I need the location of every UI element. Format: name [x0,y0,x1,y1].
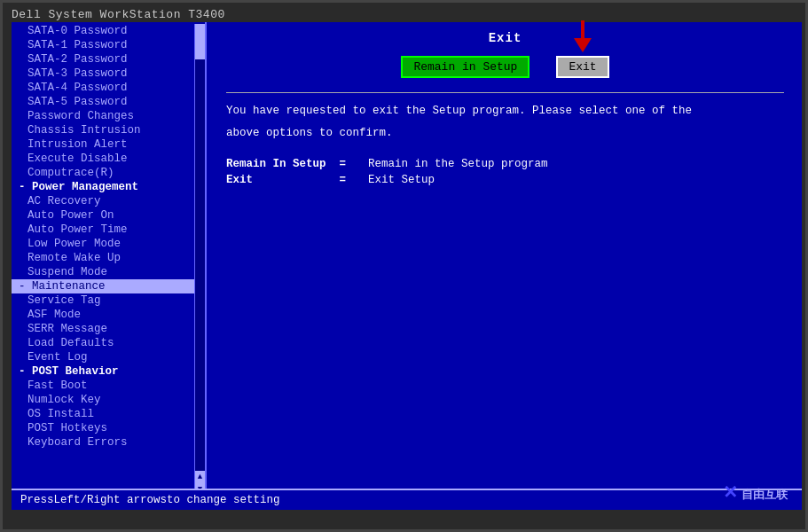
sidebar-item[interactable]: Computrace(R) [12,166,205,180]
sidebar-item[interactable]: - Maintenance [12,279,205,293]
legend-exit-key: Exit = [226,174,368,186]
exit-arrow-icon [567,19,599,52]
divider [226,92,784,93]
button-row: Remain in Setup Exit [226,56,784,78]
sidebar-item[interactable]: POST Hotkeys [12,421,205,435]
sidebar-scrollbar[interactable]: ▲ ▼ [194,24,205,496]
sidebar-item[interactable]: Service Tag [12,293,205,308]
status-highlight: Left/Right arrows [54,494,168,506]
sidebar-item[interactable]: SATA-1 Password [12,38,205,52]
sidebar-item[interactable]: SATA-2 Password [12,52,205,66]
content-title: Exit [226,31,784,45]
watermark: ✕ 自由互联 [723,481,788,503]
sidebar-item[interactable]: Remote Wake Up [12,251,205,265]
sidebar-item[interactable]: SATA-3 Password [12,66,205,81]
window-title: Dell System WorkStation T3400 [12,8,225,21]
legend-exit: Exit = Exit Setup [226,174,784,186]
exit-button[interactable]: Exit [556,56,608,78]
sidebar-item[interactable]: Low Power Mode [12,237,205,251]
legend-remain-value: Remain in the Setup program [368,158,548,170]
sidebar-item[interactable]: Execute Disable [12,152,205,166]
sidebar: SATA-0 PasswordSATA-1 PasswordSATA-2 Pas… [12,22,207,497]
status-prefix: Press [20,494,54,506]
description-line1: You have requested to exit the Setup pro… [226,102,784,121]
sidebar-item[interactable]: Keyboard Errors [12,435,205,450]
sidebar-item[interactable]: OS Install [12,407,205,421]
sidebar-item[interactable]: Fast Boot [12,379,205,393]
sidebar-item[interactable]: SATA-5 Password [12,95,205,109]
sidebar-item[interactable]: - Power Management [12,180,205,194]
scrollbar-arrow-up[interactable]: ▲ [195,471,205,483]
remain-in-setup-button[interactable]: Remain in Setup [401,56,530,78]
exit-arrow-container: Exit [556,56,608,78]
status-bar: Press Left/Right arrows to change settin… [12,489,802,510]
monitor-frame: Dell System WorkStation T3400 SATA-0 Pas… [0,0,808,532]
status-suffix: to change setting [167,494,280,506]
sidebar-item[interactable]: Load Defaults [12,336,205,350]
sidebar-item[interactable]: Password Changes [12,109,205,123]
svg-marker-2 [574,38,592,52]
sidebar-item[interactable]: Auto Power Time [12,223,205,237]
legend-remain-key: Remain In Setup = [226,158,368,170]
bios-screen: SATA-0 PasswordSATA-1 PasswordSATA-2 Pas… [12,22,802,497]
sidebar-item[interactable]: Auto Power On [12,208,205,223]
sidebar-item[interactable]: Event Log [12,350,205,364]
sidebar-item[interactable]: AC Recovery [12,194,205,208]
content-description: You have requested to exit the Setup pro… [226,102,784,144]
scrollbar-thumb[interactable] [195,24,205,59]
sidebar-item[interactable]: SATA-4 Password [12,81,205,95]
watermark-x: ✕ [723,482,738,502]
watermark-text: 自由互联 [741,488,788,501]
legend-section: Remain In Setup = Remain in the Setup pr… [226,158,784,186]
sidebar-item[interactable]: - POST Behavior [12,364,205,379]
sidebar-item[interactable]: SATA-0 Password [12,24,205,38]
description-line2: above options to confirm. [226,124,784,143]
sidebar-item[interactable]: SERR Message [12,322,205,336]
sidebar-item[interactable]: ASF Mode [12,308,205,322]
sidebar-item[interactable]: Suspend Mode [12,265,205,279]
legend-exit-value: Exit Setup [368,174,435,186]
content-area: Exit Remain in Setup [208,22,802,497]
sidebar-item[interactable]: Chassis Intrusion [12,123,205,137]
sidebar-item[interactable]: Intrusion Alert [12,137,205,152]
legend-remain: Remain In Setup = Remain in the Setup pr… [226,158,784,170]
sidebar-item[interactable]: Numlock Key [12,393,205,407]
